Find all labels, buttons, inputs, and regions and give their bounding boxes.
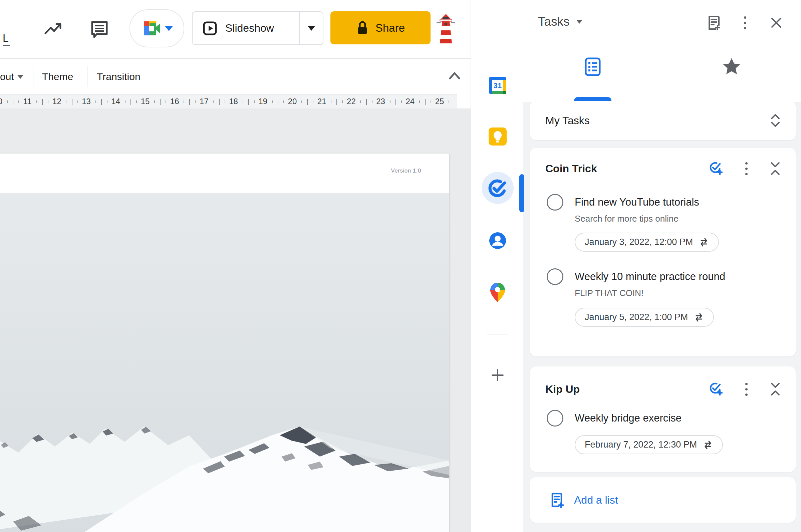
- trending-icon[interactable]: [43, 19, 63, 39]
- slides-menubar: out Theme Transition: [0, 59, 471, 94]
- ruler: 10111213141516171819202122232425: [0, 94, 471, 109]
- tasks-panel: Tasks: [523, 0, 801, 532]
- task-title[interactable]: Weekly 10 minute practice round: [575, 268, 725, 286]
- ruler-tick: [213, 100, 214, 103]
- ruler-number: 13: [82, 97, 91, 106]
- tasks-app-icon[interactable]: [487, 177, 508, 198]
- task-details: Search for more tips online: [575, 212, 719, 225]
- lighthouse-extension-icon[interactable]: [436, 13, 456, 44]
- tab-lists[interactable]: [523, 53, 662, 102]
- tasks-tabs: [523, 53, 801, 102]
- slideshow-button[interactable]: Slideshow: [192, 11, 323, 45]
- screen: L: [0, 0, 801, 532]
- slide-page: Version 1.0: [0, 153, 449, 532]
- ruler-tick: [154, 100, 155, 103]
- task-title[interactable]: Weekly bridge exercise: [575, 409, 723, 427]
- ruler-tick: [107, 100, 108, 103]
- list-menu-button[interactable]: [739, 382, 754, 397]
- slideshow-play-icon: [203, 21, 217, 36]
- add-list-card[interactable]: Add a list: [530, 477, 796, 522]
- my-tasks-card[interactable]: My Tasks: [530, 101, 796, 140]
- tab-starred[interactable]: [662, 53, 801, 102]
- list-menu-button[interactable]: [739, 161, 754, 176]
- ruler-tick: [342, 100, 343, 103]
- collapse-list-icon[interactable]: [770, 161, 781, 176]
- ruler-tick: [189, 99, 190, 105]
- add-app-button[interactable]: [490, 368, 505, 382]
- ruler-number: 23: [376, 97, 385, 106]
- keep-app-icon[interactable]: [488, 127, 508, 147]
- slideshow-dropdown[interactable]: [299, 12, 323, 44]
- contacts-app-icon[interactable]: [488, 231, 507, 250]
- lock-icon: [356, 20, 369, 36]
- strip-divider: [487, 334, 508, 335]
- meet-dropdown-caret[interactable]: [165, 26, 173, 31]
- task-checkbox[interactable]: [547, 194, 564, 211]
- task-row: Find new YouTube tutorials Search for mo…: [530, 193, 796, 252]
- trending-icon-glyph: [44, 21, 63, 36]
- tasks-title-dropdown[interactable]: Tasks: [538, 15, 583, 29]
- ruler-tick: [136, 100, 137, 103]
- tasks-panel-active-indicator[interactable]: [519, 174, 524, 212]
- ruler-tick: [160, 99, 160, 105]
- task-checkbox[interactable]: [547, 410, 564, 426]
- ruler-tick: [95, 100, 96, 103]
- slideshow-main[interactable]: Slideshow: [193, 21, 299, 36]
- collapse-toolbar-button[interactable]: [446, 67, 463, 84]
- ruler-tick: [48, 100, 49, 103]
- partial-menu-text: L: [3, 32, 10, 46]
- ruler-tick: [248, 99, 249, 105]
- ruler-number: 21: [318, 97, 326, 106]
- meet-button[interactable]: [130, 10, 184, 48]
- ruler-tick: [431, 100, 431, 103]
- menu-layout-partial[interactable]: out: [0, 69, 23, 85]
- ruler-tick: [449, 100, 449, 103]
- menu-theme[interactable]: Theme: [42, 69, 73, 85]
- share-button[interactable]: Share: [330, 11, 431, 44]
- maps-glyph: [489, 282, 507, 303]
- slide-canvas: Version 1.0: [0, 109, 471, 532]
- comment-icon-glyph: [90, 19, 110, 39]
- ruler-number: 22: [347, 97, 356, 106]
- add-task-icon[interactable]: [709, 162, 723, 175]
- repeat-icon: [699, 237, 709, 247]
- star-icon: [722, 57, 741, 75]
- add-task-icon[interactable]: [709, 382, 723, 396]
- task-title[interactable]: Find new YouTube tutorials: [575, 193, 719, 211]
- ruler-number: 20: [288, 97, 297, 106]
- ruler-tick: [72, 99, 72, 105]
- ruler-tick: [272, 100, 273, 103]
- tasks-menu-button[interactable]: [738, 15, 752, 30]
- layout-caret: [17, 75, 23, 79]
- chevron-up-icon: [447, 71, 462, 80]
- slide-version-text: Version 1.0: [391, 168, 421, 174]
- ruler-tick: [372, 100, 373, 103]
- due-date-chip[interactable]: January 3, 2022, 12:00 PM: [575, 233, 719, 252]
- due-date-chip[interactable]: January 5, 2022, 1:00 PM: [575, 308, 714, 327]
- ruler-number: 16: [170, 97, 179, 106]
- task-list-card-coin-trick: Coin Trick Find new: [530, 148, 796, 357]
- ruler-number: 18: [229, 97, 238, 106]
- tasks-header-actions: [706, 15, 784, 30]
- close-panel-button[interactable]: [769, 15, 784, 30]
- calendar-glyph: 31: [488, 75, 508, 95]
- ruler-tick: [195, 100, 195, 103]
- task-details: FLIP THAT COIN!: [575, 286, 725, 300]
- unfold-icon[interactable]: [770, 113, 781, 128]
- task-checkbox[interactable]: [547, 268, 564, 285]
- calendar-app-icon[interactable]: 31: [488, 75, 508, 95]
- mountain-photo[interactable]: [0, 193, 449, 532]
- add-list-button[interactable]: Add a list: [530, 477, 796, 522]
- due-date-chip[interactable]: February 7, 2022, 12:30 PM: [575, 435, 723, 454]
- ruler-tick: [366, 99, 367, 105]
- maps-app-icon[interactable]: [489, 282, 507, 303]
- ruler-tick: [13, 99, 13, 105]
- plus-icon: [490, 368, 505, 382]
- menu-transition[interactable]: Transition: [97, 69, 140, 85]
- ruler-tick: [125, 100, 126, 103]
- add-note-button[interactable]: [706, 15, 721, 30]
- tasks-title: Tasks: [538, 15, 570, 29]
- ruler-number: 24: [405, 97, 415, 106]
- comment-icon[interactable]: [90, 19, 110, 39]
- collapse-list-icon[interactable]: [770, 382, 781, 397]
